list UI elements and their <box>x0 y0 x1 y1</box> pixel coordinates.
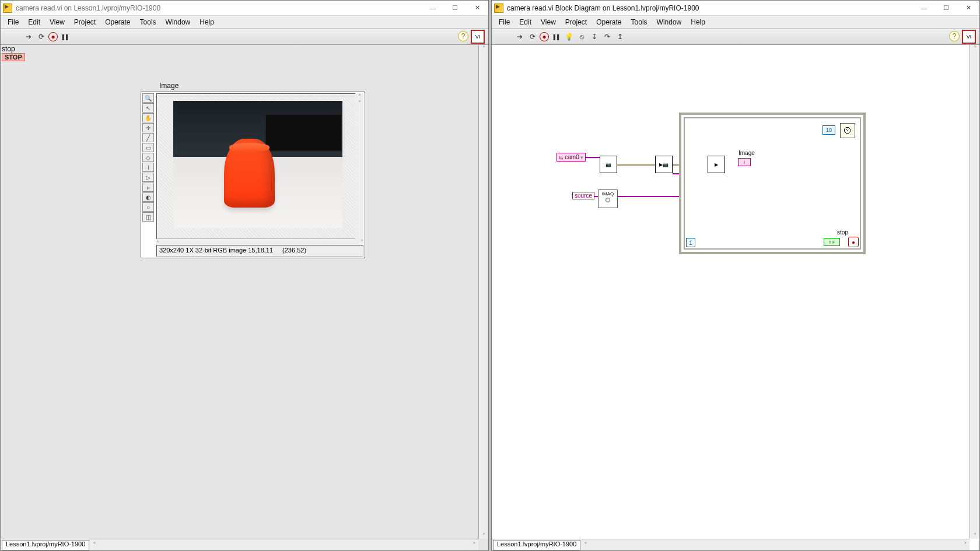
context-help-icon[interactable]: ? <box>949 31 960 41</box>
wait-ms-node[interactable] <box>840 123 855 138</box>
image-tool-palette: 🔍 ↖ ✋ ✛ ╱ ▭ ◇ ⌇ ▷ ▹ ◐ ○ ◫ <box>142 93 155 222</box>
pointer-tool-icon[interactable]: ↖ <box>142 103 154 113</box>
status-scroll-right-icon[interactable]: ˃ <box>470 541 478 549</box>
status-path-left: Lesson1.lvproj/myRIO-1900 <box>2 540 89 550</box>
imaqdx-grab-node[interactable]: ▶ <box>708 156 725 173</box>
workspace-scroll-vertical[interactable]: ˄˅ <box>970 45 979 539</box>
line-tool-icon[interactable]: ╱ <box>142 133 154 142</box>
menu-edit[interactable]: Edit <box>516 18 535 26</box>
window-title-left: camera read.vi on Lesson1.lvproj/myRIO-1… <box>16 4 160 12</box>
retain-wire-values-icon[interactable]: ⎋ <box>576 31 587 43</box>
image-status-bar: 320x240 1X 32-bit RGB image 15,18,11 (23… <box>156 245 363 257</box>
rotated-rect-tool-icon[interactable]: ◫ <box>142 212 154 222</box>
menu-operate[interactable]: Operate <box>102 18 134 26</box>
zoom-tool-icon[interactable]: 🔍 <box>142 93 154 103</box>
status-path-right: Lesson1.lvproj/myRIO-1900 <box>493 540 580 550</box>
run-continuous-button[interactable]: ⟳ <box>527 31 538 43</box>
toolbar-left: ➔ ⟳ ● ❚❚ ? VI <box>1 29 488 45</box>
minimize-button[interactable]: — <box>422 1 444 15</box>
image-scroll-vertical[interactable]: ˄˅ <box>355 93 363 239</box>
image-indicator-terminal[interactable]: I <box>738 158 751 166</box>
status-scroll-left-icon[interactable]: ˂ <box>582 541 590 549</box>
menu-project[interactable]: Project <box>562 18 590 26</box>
close-button[interactable]: ✕ <box>957 1 979 15</box>
menu-tools[interactable]: Tools <box>628 18 651 26</box>
imaq-create-node[interactable]: IMAQ <box>598 189 618 208</box>
camera-image <box>173 101 342 228</box>
image-info-text: 320x240 1X 32-bit RGB image 15,18,11 <box>159 247 273 255</box>
image-display-panel: 🔍 ↖ ✋ ✛ ╱ ▭ ◇ ⌇ ▷ ▹ ◐ ○ ◫ <box>141 92 365 258</box>
menu-operate[interactable]: Operate <box>593 18 625 26</box>
menu-project[interactable]: Project <box>71 18 99 26</box>
pause-button[interactable]: ❚❚ <box>550 31 562 43</box>
rect-tool-icon[interactable]: ▭ <box>142 143 154 152</box>
status-scroll-left-icon[interactable]: ˂ <box>90 541 99 549</box>
maximize-button[interactable]: ☐ <box>444 1 466 15</box>
statusbar-left: Lesson1.lvproj/myRIO-1900 ˂ ˃ <box>1 539 478 550</box>
menu-help[interactable]: Help <box>196 18 218 26</box>
menubar-right: File Edit View Project Operate Tools Win… <box>492 16 979 29</box>
front-panel-workspace: stop STOP Image 🔍 ↖ ✋ ✛ ╱ ▭ ◇ ⌇ ▷ ▹ ◐ ○ … <box>1 45 488 550</box>
while-loop[interactable]: 10 i stop T F <box>679 113 866 254</box>
vi-icon[interactable]: VI <box>471 30 485 44</box>
imaqdx-open-node[interactable]: 📷 <box>600 156 617 173</box>
image-viewport[interactable] <box>156 93 363 239</box>
photo-content <box>173 101 342 228</box>
window-buttons-left: — ☐ ✕ <box>422 1 488 15</box>
statusbar-right: Lesson1.lvproj/myRIO-1900 ˂ ˃ <box>492 539 970 550</box>
loop-condition-terminal[interactable] <box>848 237 859 247</box>
minimize-button[interactable]: — <box>913 1 935 15</box>
app-icon <box>3 3 12 13</box>
oval-tool-icon[interactable]: ◇ <box>142 153 154 162</box>
step-into-icon[interactable]: ↧ <box>589 31 600 43</box>
close-button[interactable]: ✕ <box>466 1 488 15</box>
annulus-tool-icon[interactable]: ◐ <box>142 192 154 202</box>
highlight-execution-icon[interactable]: 💡 <box>563 31 575 43</box>
camera-constant[interactable]: I/₀ cam0 ▾ <box>556 153 586 162</box>
menu-help[interactable]: Help <box>687 18 709 26</box>
stop-control-label: stop <box>2 45 15 53</box>
workspace-scroll-vertical[interactable]: ˄˅ <box>478 45 488 539</box>
titlebar-left: camera read.vi on Lesson1.lvproj/myRIO-1… <box>1 1 488 16</box>
step-out-icon[interactable]: ↥ <box>614 31 626 43</box>
imaqdx-configure-node[interactable]: ▶📷 <box>655 156 673 173</box>
abort-button[interactable]: ● <box>540 32 549 41</box>
vi-icon[interactable]: VI <box>962 30 976 44</box>
stop-button[interactable]: STOP <box>2 53 25 61</box>
polyline-tool-icon[interactable]: ⌇ <box>142 163 154 172</box>
circle-tool-icon[interactable]: ○ <box>142 202 154 212</box>
status-scroll-right-icon[interactable]: ˃ <box>961 541 970 549</box>
crosshair-tool-icon[interactable]: ✛ <box>142 123 154 132</box>
window-buttons-right: — ☐ ✕ <box>913 1 979 15</box>
menu-window[interactable]: Window <box>162 18 194 26</box>
freehand-tool-icon[interactable]: ▹ <box>142 183 154 192</box>
block-diagram-workspace[interactable]: I/₀ cam0 ▾ source 📷 ▶📷 IMAQ 10 i stop T … <box>492 45 979 550</box>
menubar-left: File Edit View Project Operate Tools Win… <box>1 16 488 29</box>
context-help-icon[interactable]: ? <box>458 31 468 41</box>
run-button[interactable]: ➔ <box>23 31 34 43</box>
menu-tools[interactable]: Tools <box>136 18 160 26</box>
menu-edit[interactable]: Edit <box>24 18 44 26</box>
titlebar-right: camera read.vi Block Diagram on Lesson1.… <box>492 1 979 16</box>
image-coords-text: (236,52) <box>282 247 306 255</box>
menu-file[interactable]: File <box>4 18 22 26</box>
menu-view[interactable]: View <box>46 18 68 26</box>
stop-control-terminal[interactable]: T F <box>824 238 840 246</box>
wait-ms-constant[interactable]: 10 <box>822 125 835 135</box>
polygon-tool-icon[interactable]: ▷ <box>142 173 154 182</box>
loop-iteration-terminal[interactable]: i <box>686 238 695 247</box>
pan-tool-icon[interactable]: ✋ <box>142 113 154 122</box>
run-button[interactable]: ➔ <box>514 31 526 43</box>
maximize-button[interactable]: ☐ <box>935 1 957 15</box>
menu-window[interactable]: Window <box>653 18 685 26</box>
pause-button[interactable]: ❚❚ <box>59 31 71 43</box>
source-constant[interactable]: source <box>572 192 594 199</box>
app-icon <box>494 3 503 13</box>
abort-button[interactable]: ● <box>48 32 58 41</box>
run-continuous-button[interactable]: ⟳ <box>36 31 47 43</box>
menu-view[interactable]: View <box>537 18 559 26</box>
step-over-icon[interactable]: ↷ <box>601 31 613 43</box>
image-terminal-label: Image <box>738 150 755 156</box>
stop-terminal-label: stop <box>837 229 848 236</box>
menu-file[interactable]: File <box>495 18 513 26</box>
